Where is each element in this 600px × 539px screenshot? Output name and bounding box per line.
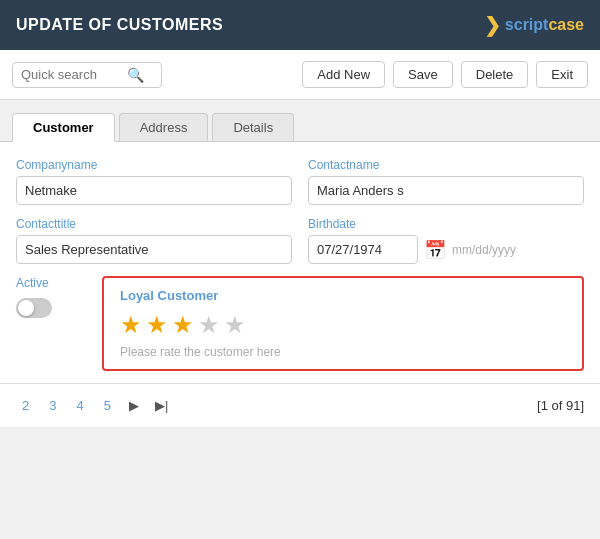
page-title: UPDATE OF CUSTOMERS: [16, 16, 223, 34]
search-icon: 🔍: [127, 67, 144, 83]
birthdate-label: Birthdate: [308, 217, 584, 231]
contactname-input[interactable]: [308, 176, 584, 205]
star-3[interactable]: ★: [172, 311, 194, 339]
search-input[interactable]: [21, 67, 121, 82]
page-2[interactable]: 2: [16, 396, 35, 415]
logo-case: case: [548, 16, 584, 33]
contactname-group: Contactname: [308, 158, 584, 205]
date-wrapper: 📅 mm/dd/yyyy: [308, 235, 584, 264]
contacttitle-label: Contacttitle: [16, 217, 292, 231]
add-new-button[interactable]: Add New: [302, 61, 385, 88]
logo-arrow-icon: ❯: [484, 13, 501, 37]
active-toggle[interactable]: [16, 298, 52, 318]
star-1[interactable]: ★: [120, 311, 142, 339]
page-5[interactable]: 5: [98, 396, 117, 415]
pagination: 2 3 4 5 ▶ ▶| [1 of 91]: [0, 383, 600, 427]
active-label: Active: [16, 276, 49, 290]
form-row-2: Contacttitle Birthdate 📅 mm/dd/yyyy: [16, 217, 584, 264]
contactname-label: Contactname: [308, 158, 584, 172]
last-page-icon[interactable]: ▶|: [151, 396, 172, 415]
rating-hint: Please rate the customer here: [120, 345, 562, 359]
rating-title: Loyal Customer: [120, 288, 562, 303]
page-info: [1 of 91]: [537, 398, 584, 413]
save-button[interactable]: Save: [393, 61, 453, 88]
tabs-bar: Customer Address Details: [0, 100, 600, 142]
logo: ❯ scriptcase: [484, 13, 584, 37]
calendar-icon[interactable]: 📅: [424, 239, 446, 261]
header: UPDATE OF CUSTOMERS ❯ scriptcase: [0, 0, 600, 50]
page-3[interactable]: 3: [43, 396, 62, 415]
form-row-1: Companyname Contactname: [16, 158, 584, 205]
toolbar: 🔍 Add New Save Delete Exit: [0, 50, 600, 100]
companyname-group: Companyname: [16, 158, 292, 205]
contacttitle-input[interactable]: [16, 235, 292, 264]
delete-button[interactable]: Delete: [461, 61, 529, 88]
next-page-icon[interactable]: ▶: [125, 396, 143, 415]
contacttitle-group: Contacttitle: [16, 217, 292, 264]
toggle-knob: [18, 300, 34, 316]
star-5[interactable]: ★: [224, 311, 246, 339]
companyname-input[interactable]: [16, 176, 292, 205]
page-4[interactable]: 4: [70, 396, 89, 415]
birthdate-input[interactable]: [308, 235, 418, 264]
logo-script: script: [505, 16, 549, 33]
logo-text: scriptcase: [505, 16, 584, 34]
companyname-label: Companyname: [16, 158, 292, 172]
form-bottom-row: Active Loyal Customer ★ ★ ★ ★ ★ Please r…: [16, 276, 584, 371]
birthdate-group: Birthdate 📅 mm/dd/yyyy: [308, 217, 584, 264]
stars-container: ★ ★ ★ ★ ★: [120, 311, 562, 339]
date-placeholder: mm/dd/yyyy: [452, 243, 516, 257]
exit-button[interactable]: Exit: [536, 61, 588, 88]
active-group: Active: [16, 276, 86, 318]
rating-box: Loyal Customer ★ ★ ★ ★ ★ Please rate the…: [102, 276, 584, 371]
search-box[interactable]: 🔍: [12, 62, 162, 88]
star-4[interactable]: ★: [198, 311, 220, 339]
tab-customer[interactable]: Customer: [12, 113, 115, 142]
tab-details[interactable]: Details: [212, 113, 294, 141]
tab-address[interactable]: Address: [119, 113, 209, 141]
form-area: Companyname Contactname Contacttitle Bir…: [0, 142, 600, 383]
star-2[interactable]: ★: [146, 311, 168, 339]
